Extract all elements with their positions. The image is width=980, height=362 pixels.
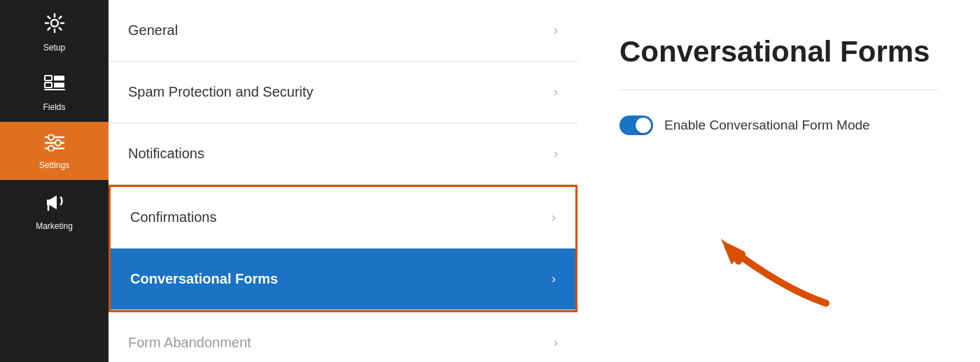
- gear-icon: [44, 13, 65, 39]
- sidebar-item-settings[interactable]: Settings: [0, 122, 108, 180]
- chevron-general: ›: [554, 23, 558, 38]
- arrow-annotation: [658, 191, 840, 320]
- svg-rect-3: [54, 76, 64, 81]
- svg-point-11: [48, 146, 54, 151]
- svg-rect-2: [45, 83, 52, 88]
- menu-item-conversational[interactable]: Conversational Forms ›: [111, 249, 575, 310]
- sidebar-item-setup[interactable]: Setup: [0, 0, 108, 62]
- svg-point-7: [48, 134, 54, 140]
- sidebar-setup-label: Setup: [43, 43, 65, 53]
- divider: [620, 90, 938, 90]
- abandonment-label: Form Abandonment: [128, 335, 251, 351]
- chevron-spam: ›: [554, 85, 558, 99]
- general-label: General: [128, 22, 178, 39]
- sidebar-item-fields[interactable]: Fields: [0, 62, 108, 122]
- sidebar-item-marketing[interactable]: Marketing: [0, 180, 108, 241]
- sidebar: Setup Fields Settings: [0, 0, 108, 362]
- chevron-conversational: ›: [552, 272, 556, 286]
- sidebar-marketing-label: Marketing: [36, 221, 73, 231]
- notifications-label: Notifications: [128, 146, 204, 162]
- confirmations-label: Confirmations: [130, 209, 216, 225]
- sidebar-settings-label: Settings: [39, 160, 69, 170]
- sliders-icon: [44, 134, 65, 156]
- svg-marker-13: [721, 239, 741, 265]
- menu-item-general[interactable]: General ›: [108, 0, 578, 62]
- enable-conversational-toggle[interactable]: [620, 116, 653, 135]
- conversational-label: Conversational Forms: [130, 271, 278, 287]
- chevron-abandonment: ›: [554, 335, 558, 350]
- chevron-notifications: ›: [554, 146, 558, 161]
- svg-point-9: [55, 140, 61, 146]
- svg-rect-4: [54, 83, 64, 88]
- svg-point-0: [51, 20, 58, 27]
- svg-rect-1: [45, 76, 52, 81]
- toggle-row: Enable Conversational Form Mode: [620, 116, 938, 135]
- menu-item-spam[interactable]: Spam Protection and Security ›: [108, 62, 578, 123]
- page-title: Conversational Forms: [620, 35, 938, 69]
- sidebar-fields-label: Fields: [43, 102, 65, 112]
- settings-menu: General › Spam Protection and Security ›…: [108, 0, 578, 362]
- menu-item-notifications[interactable]: Notifications ›: [108, 123, 578, 185]
- menu-item-abandonment[interactable]: Form Abandonment ›: [108, 312, 578, 362]
- fields-icon: [44, 75, 65, 98]
- megaphone-icon: [44, 193, 65, 217]
- toggle-label: Enable Conversational Form Mode: [664, 118, 870, 133]
- chevron-confirmations: ›: [552, 210, 556, 225]
- content-panel: Conversational Forms Enable Conversation…: [578, 0, 980, 362]
- menu-item-confirmations[interactable]: Confirmations ›: [111, 187, 575, 249]
- spam-label: Spam Protection and Security: [128, 84, 314, 100]
- highlight-box: Confirmations › Conversational Forms ›: [108, 185, 578, 312]
